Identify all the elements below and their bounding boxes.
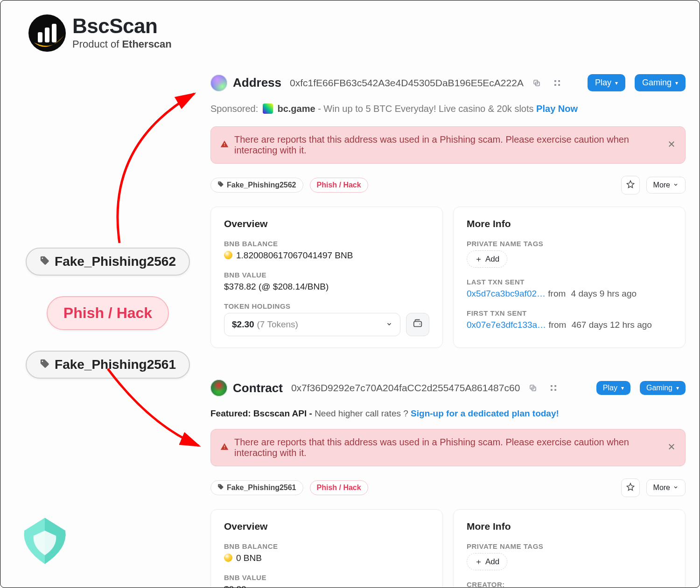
more-button[interactable]: More: [646, 177, 686, 194]
favorite-button[interactable]: [621, 478, 640, 497]
name-tag-chip[interactable]: Fake_Phishing2562: [210, 178, 303, 193]
chevron-down-icon: [673, 484, 679, 492]
chevron-down-icon: [386, 319, 392, 330]
svg-rect-16: [555, 389, 557, 391]
close-alert-button[interactable]: [667, 443, 676, 453]
button-label: Gaming: [646, 384, 672, 392]
first-txn-hash-link[interactable]: 0x07e7e3dfc133a…: [467, 320, 546, 330]
first-txn-time: 467 days 12 hrs ago: [572, 320, 652, 330]
chevron-down-icon: ▾: [615, 80, 618, 86]
plus-icon: ＋: [475, 254, 483, 264]
copy-address-button[interactable]: [525, 380, 540, 395]
button-label: Add: [485, 557, 499, 567]
star-icon: [626, 180, 635, 190]
pill-label: Phish / Hack: [63, 304, 152, 322]
contract-panel: Contract 0x7f36D9292e7c70A204faCC2d25547…: [210, 376, 686, 588]
name-tag-chip[interactable]: Fake_Phishing2561: [210, 480, 303, 495]
balance-value: 1.820080617067041497 BNB: [224, 250, 429, 261]
featured-lead: Featured: Bscscan API -: [210, 408, 315, 418]
contract-avatar-icon: [210, 380, 227, 396]
add-name-tag-button[interactable]: ＋ Add: [467, 250, 507, 268]
tagline-prefix: Product of: [72, 38, 122, 50]
logo-mark-icon: [28, 14, 66, 52]
balance-label: BNB BALANCE: [224, 542, 429, 550]
svg-rect-6: [554, 80, 556, 82]
sponsored-label: Sponsored:: [210, 104, 258, 114]
moreinfo-title: More Info: [467, 521, 672, 532]
token-holdings-label: TOKEN HOLDINGS: [224, 302, 429, 310]
add-name-tag-button[interactable]: ＋ Add: [467, 553, 507, 570]
featured-cta-link[interactable]: Sign-up for a dedicated plan today!: [411, 408, 559, 418]
address-hash: 0xfc1fE66FB63c542A3e4D45305DaB196E5EcA22…: [290, 77, 524, 89]
more-button[interactable]: More: [646, 479, 686, 496]
last-txn-label: LAST TXN SENT: [467, 278, 672, 286]
svg-rect-10: [414, 322, 422, 327]
callout-pill-phish-hack: Phish / Hack: [47, 296, 169, 330]
address-avatar-icon: [210, 75, 227, 91]
txn-from-label: from: [548, 320, 566, 330]
svg-rect-9: [558, 84, 560, 86]
button-label: More: [653, 484, 670, 492]
featured-text: Need higher call rates ?: [315, 408, 411, 418]
callout-pill-fake-phishing-2562: Fake_Phishing2562: [26, 248, 190, 276]
alert-text: There are reports that this address was …: [234, 437, 662, 458]
phish-hack-chip[interactable]: Phish / Hack: [310, 178, 368, 193]
tag-label: Phish / Hack: [317, 484, 361, 492]
callout-pill-fake-phishing-2561: Fake_Phishing2561: [26, 351, 190, 379]
chevron-down-icon: [673, 181, 679, 189]
gaming-button[interactable]: Gaming ▾: [635, 74, 686, 91]
alert-text: There are reports that this address was …: [234, 134, 662, 156]
moreinfo-title: More Info: [467, 218, 672, 229]
wallet-button[interactable]: [406, 313, 429, 336]
warning-icon: [220, 140, 229, 151]
warning-icon: [220, 443, 229, 453]
svg-rect-2: [45, 28, 49, 42]
svg-rect-15: [551, 389, 553, 391]
close-alert-button[interactable]: [667, 140, 676, 151]
tag-icon: [217, 181, 224, 189]
tag-label: Fake_Phishing2562: [227, 181, 296, 189]
play-button[interactable]: Play ▾: [596, 381, 630, 395]
button-label: Play: [595, 78, 611, 88]
button-label: Gaming: [642, 78, 672, 88]
value-value: $378.82 (@ $208.14/BNB): [224, 282, 429, 292]
last-txn-hash-link[interactable]: 0x5d7ca3bc9af02…: [467, 289, 546, 298]
token-amount: $2.30: [232, 319, 254, 330]
sponsor-cta-link[interactable]: Play Now: [536, 104, 578, 114]
pill-label: Fake_Phishing2561: [55, 357, 176, 372]
balance-value: 0 BNB: [224, 553, 429, 563]
sponsor-logo-icon: [263, 104, 273, 114]
value-label: BNB VALUE: [224, 271, 429, 279]
first-txn-label: FIRST TXN SENT: [467, 309, 672, 317]
overview-title: Overview: [224, 218, 429, 229]
qr-code-button[interactable]: [550, 76, 565, 90]
entity-type: Address: [233, 76, 281, 90]
wallet-icon: [413, 318, 423, 331]
copy-address-button[interactable]: [529, 76, 544, 90]
favorite-button[interactable]: [621, 176, 640, 194]
play-button[interactable]: Play ▾: [588, 74, 625, 91]
private-name-tags-label: PRIVATE NAME TAGS: [467, 542, 672, 550]
token-holdings-select[interactable]: $2.30 (7 Tokens): [224, 313, 400, 336]
sponsor-brand: bc.game: [277, 104, 315, 114]
gaming-button[interactable]: Gaming ▾: [640, 381, 686, 395]
phishing-warning-alert: There are reports that this address was …: [210, 126, 686, 164]
button-label: Add: [485, 255, 499, 264]
sponsored-bar: Sponsored: bc.game - Win up to 5 BTC Eve…: [210, 104, 686, 115]
qr-code-button[interactable]: [546, 380, 561, 395]
plus-icon: ＋: [475, 556, 483, 567]
bnb-coin-icon: [224, 553, 232, 562]
svg-rect-13: [551, 385, 553, 387]
phishing-warning-alert: There are reports that this address was …: [210, 429, 686, 466]
phish-hack-chip[interactable]: Phish / Hack: [310, 480, 368, 495]
overview-title: Overview: [224, 521, 429, 532]
svg-rect-1: [38, 32, 42, 42]
tag-icon: [40, 357, 50, 372]
address-panel: Address 0xfc1fE66FB63c542A3e4D45305DaB19…: [210, 70, 686, 348]
private-name-tags-label: PRIVATE NAME TAGS: [467, 240, 672, 248]
value-value: $0.00: [224, 584, 429, 588]
txn-from-label: from: [548, 289, 566, 298]
contract-hash: 0x7f36D9292e7c70A204faCC2d255475A861487c…: [291, 382, 520, 394]
bscscan-logo: BscScan Product of Etherscan: [28, 14, 686, 52]
entity-type: Contract: [233, 381, 283, 395]
